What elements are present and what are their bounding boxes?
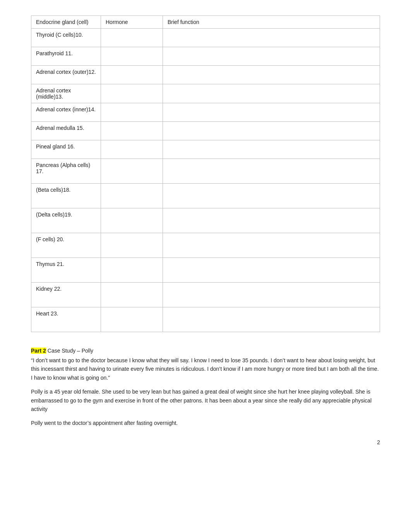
part2-paragraph-2: Polly is a 45 year old female. She used … xyxy=(31,387,380,413)
gland-cell: (Beta cells)18. xyxy=(31,184,101,208)
hormone-cell xyxy=(101,307,163,332)
function-cell xyxy=(163,307,380,332)
table-row: Thyroid (C cells)10. xyxy=(31,29,380,47)
table-row: Adrenal medulla 15. xyxy=(31,122,380,140)
page-number: 2 xyxy=(31,439,380,445)
gland-cell: Parathyroid 11. xyxy=(31,47,101,66)
gland-cell: Thyroid (C cells)10. xyxy=(31,29,101,47)
hormone-cell xyxy=(101,140,163,159)
hormone-cell xyxy=(101,233,163,258)
gland-cell: Kidney 22. xyxy=(31,283,101,307)
function-cell xyxy=(163,208,380,233)
endocrine-table: Endocrine gland (cell) Hormone Brief fun… xyxy=(31,15,380,332)
part2-section: Part 2 Case Study – Polly “I don’t want … xyxy=(31,348,380,428)
endocrine-table-section: Endocrine gland (cell) Hormone Brief fun… xyxy=(31,15,380,332)
table-row: Kidney 22. xyxy=(31,283,380,307)
gland-cell: (F cells) 20. xyxy=(31,233,101,258)
hormone-cell xyxy=(101,66,163,84)
gland-cell: Thymus 21. xyxy=(31,258,101,283)
table-row: Thymus 21. xyxy=(31,258,380,283)
part2-header-suffix: Case Study – Polly xyxy=(46,348,93,354)
function-cell xyxy=(163,122,380,140)
gland-cell: Adrenal cortex (middle)13. xyxy=(31,84,101,103)
gland-cell: Pineal gland 16. xyxy=(31,140,101,159)
function-cell xyxy=(163,140,380,159)
gland-cell: Heart 23. xyxy=(31,307,101,332)
hormone-cell xyxy=(101,103,163,122)
table-row: Parathyroid 11. xyxy=(31,47,380,66)
function-cell xyxy=(163,47,380,66)
function-cell xyxy=(163,159,380,184)
function-cell xyxy=(163,103,380,122)
gland-cell: Adrenal cortex (inner)14. xyxy=(31,103,101,122)
table-row: Adrenal cortex (inner)14. xyxy=(31,103,380,122)
function-cell xyxy=(163,184,380,208)
gland-cell: (Delta cells)19. xyxy=(31,208,101,233)
part2-paragraphs: “I don’t want to go to the doctor becaus… xyxy=(31,356,380,428)
table-row: (Delta cells)19. xyxy=(31,208,380,233)
function-cell xyxy=(163,29,380,47)
function-cell xyxy=(163,283,380,307)
hormone-cell xyxy=(101,47,163,66)
hormone-cell xyxy=(101,258,163,283)
table-row: Adrenal cortex (middle)13. xyxy=(31,84,380,103)
gland-cell: Adrenal cortex (outer)12. xyxy=(31,66,101,84)
gland-cell: Pancreas (Alpha cells) 17. xyxy=(31,159,101,184)
table-row: Adrenal cortex (outer)12. xyxy=(31,66,380,84)
part2-paragraph-1: “I don’t want to go to the doctor becaus… xyxy=(31,356,380,382)
function-cell xyxy=(163,258,380,283)
hormone-cell xyxy=(101,122,163,140)
part2-highlight: Part 2 xyxy=(31,348,46,354)
col-header-gland: Endocrine gland (cell) xyxy=(31,16,101,29)
table-row: (F cells) 20. xyxy=(31,233,380,258)
hormone-cell xyxy=(101,29,163,47)
gland-cell: Adrenal medulla 15. xyxy=(31,122,101,140)
function-cell xyxy=(163,233,380,258)
hormone-cell xyxy=(101,184,163,208)
col-header-hormone: Hormone xyxy=(101,16,163,29)
table-row: (Beta cells)18. xyxy=(31,184,380,208)
col-header-function: Brief function xyxy=(163,16,380,29)
hormone-cell xyxy=(101,84,163,103)
function-cell xyxy=(163,84,380,103)
table-row: Heart 23. xyxy=(31,307,380,332)
table-row: Pineal gland 16. xyxy=(31,140,380,159)
hormone-cell xyxy=(101,159,163,184)
part2-header: Part 2 Case Study – Polly xyxy=(31,348,380,354)
hormone-cell xyxy=(101,283,163,307)
part2-paragraph-3: Polly went to the doctor’s appointment a… xyxy=(31,419,380,427)
table-row: Pancreas (Alpha cells) 17. xyxy=(31,159,380,184)
hormone-cell xyxy=(101,208,163,233)
function-cell xyxy=(163,66,380,84)
